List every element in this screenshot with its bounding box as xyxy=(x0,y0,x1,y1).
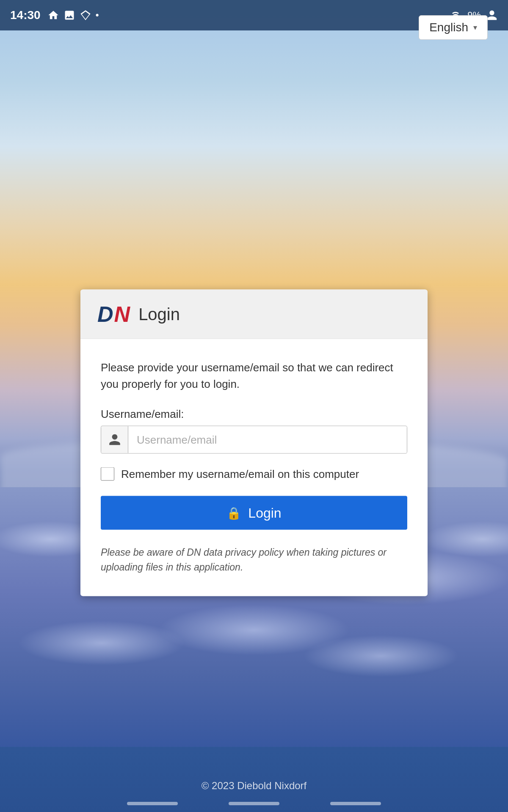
username-label: Username/email: xyxy=(101,408,407,421)
login-button[interactable]: 🔒 Login xyxy=(101,496,407,530)
diamond-icon xyxy=(80,9,91,21)
status-icons: • xyxy=(47,9,99,21)
user-icon xyxy=(101,426,128,453)
remember-checkbox[interactable] xyxy=(101,467,114,481)
footer: © 2023 Diebold Nixdorf xyxy=(0,780,508,792)
login-card: D N Login Please provide your username/e… xyxy=(80,290,428,596)
language-button[interactable]: English ▾ xyxy=(419,15,488,40)
language-label: English xyxy=(429,21,468,34)
login-button-label: Login xyxy=(248,505,281,521)
logo-d: D xyxy=(97,303,113,325)
dn-logo: D N xyxy=(97,303,130,325)
bottom-indicator-left xyxy=(127,802,178,805)
status-dot: • xyxy=(96,10,99,21)
login-card-wrapper: D N Login Please provide your username/e… xyxy=(80,290,428,596)
status-time: 14:30 xyxy=(10,8,41,22)
copyright: © 2023 Diebold Nixdorf xyxy=(202,780,306,791)
chevron-down-icon: ▾ xyxy=(473,23,477,32)
privacy-notice: Please be aware of DN data privacy polic… xyxy=(101,545,407,574)
bottom-indicator-right xyxy=(330,802,381,805)
home-icon xyxy=(47,9,59,21)
username-input-wrapper xyxy=(101,426,407,454)
remember-label[interactable]: Remember my username/email on this compu… xyxy=(121,467,359,480)
person-icon xyxy=(486,9,498,21)
language-selector[interactable]: English ▾ xyxy=(419,15,488,40)
image-icon xyxy=(64,9,75,21)
remember-row: Remember my username/email on this compu… xyxy=(101,467,407,481)
logo-n: N xyxy=(114,303,130,325)
username-input[interactable] xyxy=(128,426,407,453)
bottom-indicator-center xyxy=(229,802,279,805)
page-title: Login xyxy=(138,304,180,324)
login-card-header: D N Login xyxy=(80,290,428,339)
login-description: Please provide your username/email so th… xyxy=(101,359,407,392)
bottom-indicators xyxy=(0,802,508,805)
lock-icon: 🔒 xyxy=(226,506,241,520)
login-card-body: Please provide your username/email so th… xyxy=(80,339,428,596)
